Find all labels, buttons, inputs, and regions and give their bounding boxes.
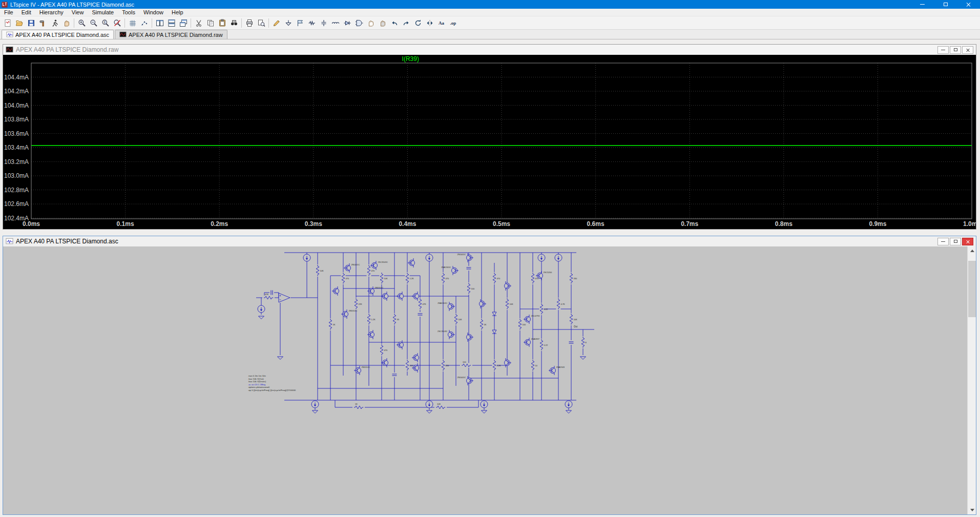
- toolbar-separator: [152, 18, 152, 28]
- trace-label[interactable]: I(R39): [402, 55, 419, 63]
- component-label: 330: [574, 277, 577, 280]
- waveform-window-titlebar[interactable]: APEX A40 PA LTSPICE Diamond.raw: [3, 45, 976, 55]
- ground-symbol[interactable]: [259, 316, 264, 319]
- mark-data-points-button[interactable]: [138, 17, 150, 29]
- cut-button[interactable]: [193, 17, 204, 29]
- x-tick-label: 0.0ms: [23, 220, 40, 228]
- print-preview-icon: [257, 19, 265, 27]
- menu-item-file[interactable]: File: [0, 9, 17, 16]
- redo-icon: [402, 19, 410, 27]
- print-preview-button[interactable]: [255, 17, 267, 29]
- component-label: 2.2K: [497, 364, 502, 367]
- ground-symbol[interactable]: [566, 410, 572, 413]
- drag-button[interactable]: [377, 17, 388, 29]
- component-label: 10K: [574, 318, 577, 321]
- x-tick-label: 0.2ms: [211, 220, 228, 228]
- tab-schematic[interactable]: APEX A40 PA LTSPICE Diamond.asc: [2, 30, 114, 39]
- diode-button[interactable]: [341, 17, 353, 29]
- component-label: 47K: [265, 293, 268, 296]
- x-tick-label: 0.4ms: [399, 220, 416, 228]
- inductor-button[interactable]: [329, 17, 341, 29]
- label-net-button[interactable]: [294, 17, 306, 29]
- open-button[interactable]: [13, 17, 25, 29]
- scroll-thumb[interactable]: [968, 261, 976, 317]
- capacitor-button[interactable]: [318, 17, 329, 29]
- close-button[interactable]: [957, 0, 980, 9]
- move-button[interactable]: [365, 17, 377, 29]
- component-label: 2SA1301C: [437, 302, 447, 304]
- zoom-area-button[interactable]: [76, 17, 88, 29]
- autorange-icon: [113, 19, 121, 27]
- ground-symbol[interactable]: [482, 410, 487, 413]
- scroll-up-button[interactable]: [968, 246, 976, 255]
- undo-button[interactable]: [388, 17, 400, 29]
- x-tick-label: 0.1ms: [117, 220, 134, 228]
- text-button[interactable]: Aa: [435, 17, 447, 29]
- vertical-scrollbar[interactable]: [967, 246, 976, 514]
- grid-button[interactable]: [127, 17, 138, 29]
- component-label: 10K: [510, 303, 513, 305]
- menu-item-simulate[interactable]: Simulate: [88, 9, 118, 16]
- schematic-window-titlebar[interactable]: APEX A40 PA LTSPICE Diamond.asc: [3, 236, 976, 246]
- maximize-button[interactable]: [934, 0, 957, 9]
- scroll-down-button[interactable]: [968, 506, 976, 514]
- rotate-button[interactable]: [412, 17, 424, 29]
- save-button[interactable]: [25, 17, 37, 29]
- schematic-canvas[interactable]: 10K1K47022K1.2K47010K470331.2K10047K4702…: [3, 246, 967, 514]
- toolbar-separator: [191, 18, 191, 28]
- ground-symbol[interactable]: [278, 357, 283, 360]
- menu-item-window[interactable]: Window: [139, 9, 168, 16]
- component-label: 2SC4793: [531, 315, 540, 317]
- waveform-restore-button[interactable]: [950, 46, 961, 54]
- print-button[interactable]: [243, 17, 255, 29]
- resistor-button[interactable]: [306, 17, 318, 29]
- control-panel-icon: [39, 19, 47, 27]
- menu-item-hierarchy[interactable]: Hierarchy: [35, 9, 68, 16]
- control-panel-button[interactable]: [37, 17, 49, 29]
- tile-vertical-button[interactable]: [154, 17, 165, 29]
- capacitor-icon: [320, 19, 328, 27]
- run-button[interactable]: [49, 17, 60, 29]
- spice-directive-button[interactable]: .op: [447, 17, 459, 29]
- tile-horizontal-button[interactable]: [165, 17, 177, 29]
- schematic-close-button[interactable]: [962, 238, 973, 245]
- wire-button[interactable]: [270, 17, 282, 29]
- minimize-button[interactable]: [911, 0, 934, 9]
- menu-item-tools[interactable]: Tools: [118, 9, 139, 16]
- x-tick-label: 0.3ms: [305, 220, 322, 228]
- new-schematic-button[interactable]: [2, 17, 13, 29]
- rotate-icon: [414, 19, 422, 27]
- component-button[interactable]: [353, 17, 365, 29]
- schematic-minimize-button[interactable]: [937, 238, 949, 245]
- menu-item-help[interactable]: Help: [168, 9, 187, 16]
- menu-item-view[interactable]: View: [68, 9, 88, 16]
- opamp[interactable]: [279, 293, 290, 302]
- halt-button[interactable]: [60, 17, 72, 29]
- zoom-extents-button[interactable]: E: [99, 17, 111, 29]
- ground-symbol[interactable]: [427, 410, 432, 413]
- tab-label: APEX A40 PA LTSPICE Diamond.raw: [129, 32, 223, 38]
- autorange-button[interactable]: [111, 17, 123, 29]
- ground-symbol[interactable]: [580, 357, 586, 360]
- menu-item-edit[interactable]: Edit: [17, 9, 35, 16]
- mirror-button[interactable]: [424, 17, 435, 29]
- copy-button[interactable]: [204, 17, 216, 29]
- paste-button[interactable]: [216, 17, 228, 29]
- schematic-restore-button[interactable]: [950, 238, 961, 245]
- waveform-minimize-button[interactable]: [937, 46, 949, 54]
- waveform-window-icon: [6, 46, 13, 53]
- tab-waveform[interactable]: APEX A40 PA LTSPICE Diamond.raw: [115, 30, 227, 39]
- find-button[interactable]: [228, 17, 240, 29]
- ground-symbol[interactable]: [312, 410, 318, 413]
- waveform-close-button[interactable]: [962, 46, 973, 54]
- component-label: .four 10k V(Driver): [248, 380, 266, 383]
- tab-bar: APEX A40 PA LTSPICE Diamond.ascAPEX A40 …: [0, 30, 980, 39]
- zoom-back-button[interactable]: [88, 17, 99, 29]
- close-icon: [966, 240, 970, 243]
- redo-button[interactable]: [400, 17, 412, 29]
- waveform-plot-area[interactable]: 104.4mA104.2mA104.0mA103.8mA103.6mA103.4…: [3, 55, 976, 229]
- tile-horizontal-icon: [168, 19, 176, 27]
- cascade-button[interactable]: [177, 17, 189, 29]
- save-icon: [27, 19, 35, 27]
- ground-button[interactable]: [282, 17, 294, 29]
